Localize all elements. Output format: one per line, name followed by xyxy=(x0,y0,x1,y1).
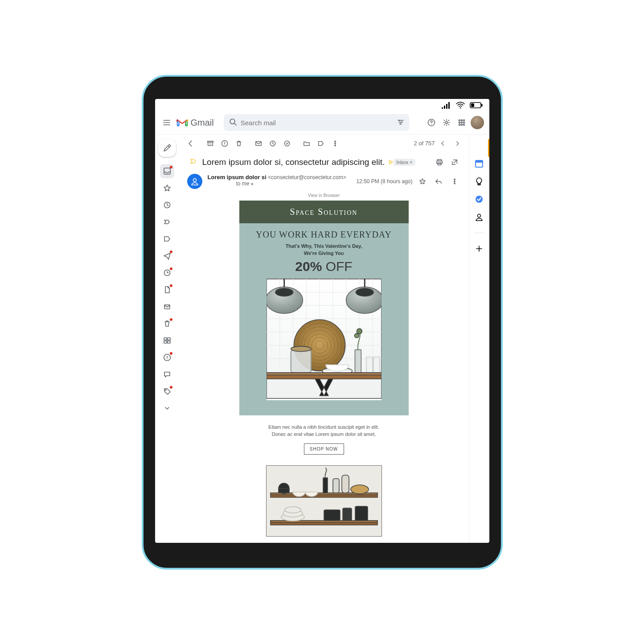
calendar-app-icon[interactable] xyxy=(474,159,484,168)
contacts-app-icon[interactable] xyxy=(474,212,484,222)
svg-rect-72 xyxy=(342,475,349,493)
gmail-logo[interactable]: Gmail xyxy=(176,118,214,128)
nav-inbox[interactable] xyxy=(160,164,174,178)
svg-rect-81 xyxy=(355,506,368,521)
svg-point-46 xyxy=(356,288,373,296)
svg-point-12 xyxy=(463,120,464,121)
back-icon[interactable] xyxy=(185,137,197,150)
search-bar[interactable] xyxy=(224,114,409,131)
svg-point-10 xyxy=(459,120,460,121)
svg-point-27 xyxy=(165,390,166,390)
snooze-icon[interactable] xyxy=(267,137,279,150)
svg-point-39 xyxy=(454,179,455,180)
archive-icon[interactable] xyxy=(204,137,217,150)
shop-now-button[interactable]: SHOP NOW xyxy=(304,443,344,455)
more-icon[interactable] xyxy=(329,137,341,150)
view-in-browser-link[interactable]: View in Browser xyxy=(197,190,451,201)
promo-text: Etiam nec nulla a nibh tincidunt suscipi… xyxy=(239,415,409,443)
add-app-icon[interactable] xyxy=(474,244,484,254)
nav-label[interactable] xyxy=(160,232,174,246)
delete-icon[interactable] xyxy=(233,137,245,150)
reply-icon[interactable] xyxy=(432,175,445,188)
brand-banner: Space Solution xyxy=(239,201,409,223)
nav-drafts[interactable] xyxy=(160,283,174,297)
nav-important[interactable] xyxy=(160,215,174,229)
side-panel xyxy=(469,135,489,543)
print-icon[interactable] xyxy=(433,156,446,168)
svg-rect-62 xyxy=(373,357,380,373)
subject-row: Lorem ipsum dolor si, consectetur adipis… xyxy=(179,152,469,172)
nav-sent[interactable] xyxy=(160,249,174,263)
nav-tag[interactable] xyxy=(160,384,174,398)
nav-all-mail[interactable] xyxy=(160,299,174,314)
important-marker-icon[interactable] xyxy=(190,158,197,167)
svg-point-31 xyxy=(284,141,290,146)
nav-spam[interactable] xyxy=(160,350,174,365)
nav-chat[interactable] xyxy=(160,367,174,381)
status-bar xyxy=(155,99,489,111)
settings-icon[interactable] xyxy=(440,116,453,129)
svg-point-78 xyxy=(285,507,301,513)
svg-rect-23 xyxy=(164,338,167,340)
sender-avatar[interactable] xyxy=(187,174,202,189)
help-icon[interactable] xyxy=(425,116,438,129)
svg-point-60 xyxy=(354,333,359,338)
folder-chip[interactable]: Inbox × xyxy=(394,159,415,166)
search-icon xyxy=(229,118,237,127)
svg-rect-65 xyxy=(266,465,382,537)
nav-more[interactable] xyxy=(160,401,174,415)
labels-icon[interactable] xyxy=(315,137,327,150)
battery-icon xyxy=(470,102,483,109)
tasks-app-icon[interactable] xyxy=(474,194,484,204)
svg-rect-100 xyxy=(478,184,480,185)
svg-rect-64 xyxy=(267,373,381,375)
svg-point-13 xyxy=(459,122,460,123)
nav-snoozed[interactable] xyxy=(160,198,174,212)
prev-message-icon[interactable] xyxy=(437,137,449,150)
menu-icon[interactable] xyxy=(160,116,173,129)
nav-starred[interactable] xyxy=(160,181,174,195)
message-toolbar: 2 of 757 xyxy=(179,135,469,152)
recipient-toggle[interactable]: to me xyxy=(236,180,254,187)
wifi-icon xyxy=(455,102,465,109)
message-counter: 2 of 757 xyxy=(414,140,435,147)
svg-rect-29 xyxy=(255,141,261,145)
open-new-window-icon[interactable] xyxy=(448,156,461,168)
svg-point-44 xyxy=(275,288,293,296)
message-more-icon[interactable] xyxy=(448,175,461,188)
svg-point-59 xyxy=(357,328,362,334)
svg-point-34 xyxy=(334,145,335,146)
add-task-icon[interactable] xyxy=(281,137,293,150)
apps-grid-icon[interactable] xyxy=(455,116,468,129)
message-timestamp: 12:50 PM (8 hours ago) xyxy=(356,178,412,185)
svg-point-15 xyxy=(463,122,464,123)
svg-rect-71 xyxy=(333,479,339,493)
tablet-frame: Gmail xyxy=(142,75,503,570)
svg-point-33 xyxy=(334,143,335,144)
search-input[interactable] xyxy=(237,119,404,127)
svg-point-0 xyxy=(459,107,461,108)
move-to-icon[interactable] xyxy=(300,137,313,150)
keep-app-icon[interactable] xyxy=(474,176,484,186)
compose-button[interactable] xyxy=(158,139,176,157)
message-pane: 2 of 757 Lorem ipsum dolor si, consectet… xyxy=(179,135,469,543)
svg-point-56 xyxy=(291,346,311,351)
svg-rect-61 xyxy=(366,357,373,373)
nav-scheduled[interactable] xyxy=(160,266,174,280)
svg-point-4 xyxy=(230,119,235,124)
search-options-icon[interactable] xyxy=(397,118,405,127)
message-body-scroll[interactable]: View in Browser Space Solution YOU WORK … xyxy=(179,190,469,543)
svg-rect-25 xyxy=(164,341,167,343)
svg-rect-24 xyxy=(168,338,170,340)
gmail-header: Gmail xyxy=(155,111,489,135)
account-avatar[interactable] xyxy=(471,116,484,129)
report-spam-icon[interactable] xyxy=(218,137,231,150)
svg-point-5 xyxy=(398,119,400,121)
email-body: Space Solution YOU WORK HARD EVERYDAY Th… xyxy=(239,201,409,543)
svg-rect-99 xyxy=(476,160,483,163)
mark-unread-icon[interactable] xyxy=(252,137,265,150)
star-icon[interactable] xyxy=(416,175,429,188)
nav-trash[interactable] xyxy=(160,316,174,331)
next-message-icon[interactable] xyxy=(451,137,464,150)
nav-categories[interactable] xyxy=(160,333,174,348)
